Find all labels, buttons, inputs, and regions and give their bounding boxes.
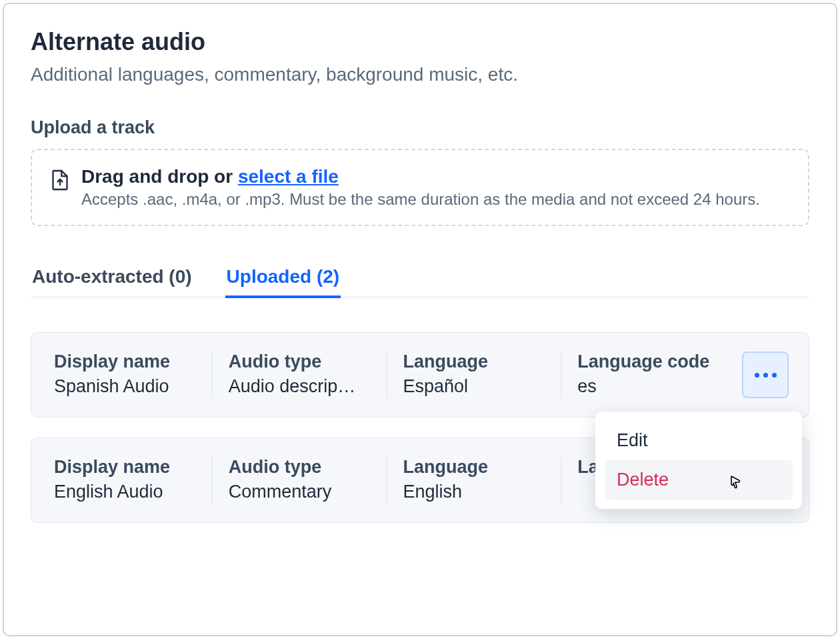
- track-audio-type: Commentary: [229, 482, 371, 502]
- upload-heading: Upload a track: [31, 117, 809, 138]
- more-horizontal-icon: [755, 373, 777, 378]
- dropzone-accepts: Accepts .aac, .m4a, or .mp3. Must be the…: [81, 190, 789, 209]
- col-header-display-name: Display name: [54, 352, 196, 372]
- tab-auto-extracted[interactable]: Auto-extracted (0): [31, 266, 193, 298]
- menu-item-edit[interactable]: Edit: [605, 421, 793, 460]
- track-display-name: Spanish Audio: [54, 376, 196, 397]
- menu-item-delete-label: Delete: [617, 470, 669, 490]
- dropzone-prompt-prefix: Drag and drop or: [81, 166, 238, 187]
- page-subtitle: Additional languages, commentary, backgr…: [31, 64, 809, 85]
- track-audio-type: Audio descrip…: [229, 376, 371, 397]
- track-language: Español: [403, 376, 545, 397]
- more-actions-button[interactable]: [742, 352, 789, 398]
- select-file-link[interactable]: select a file: [238, 166, 339, 187]
- tabs: Auto-extracted (0) Uploaded (2): [31, 266, 809, 297]
- file-upload-icon: [51, 169, 69, 194]
- col-header-display-name: Display name: [54, 457, 196, 478]
- track-language: English: [403, 482, 545, 502]
- track-card: Display name Spanish Audio Audio type Au…: [31, 332, 809, 418]
- col-header-audio-type: Audio type: [229, 457, 371, 478]
- dropzone-text: Drag and drop or select a file Accepts .…: [81, 166, 789, 209]
- col-header-language-code: Language code: [577, 352, 719, 372]
- tab-uploaded[interactable]: Uploaded (2): [225, 266, 341, 298]
- col-header-audio-type: Audio type: [229, 352, 371, 372]
- alternate-audio-panel: Alternate audio Additional languages, co…: [3, 3, 837, 636]
- col-header-language: Language: [403, 352, 545, 372]
- page-title: Alternate audio: [31, 28, 809, 56]
- track-language-code: es: [577, 376, 719, 397]
- menu-item-delete[interactable]: Delete: [605, 460, 793, 500]
- upload-dropzone[interactable]: Drag and drop or select a file Accepts .…: [31, 149, 809, 226]
- track-display-name: English Audio: [54, 482, 196, 502]
- col-header-language: Language: [403, 457, 545, 478]
- actions-menu: Edit Delete: [595, 412, 802, 509]
- cursor-pointer-icon: [726, 472, 745, 497]
